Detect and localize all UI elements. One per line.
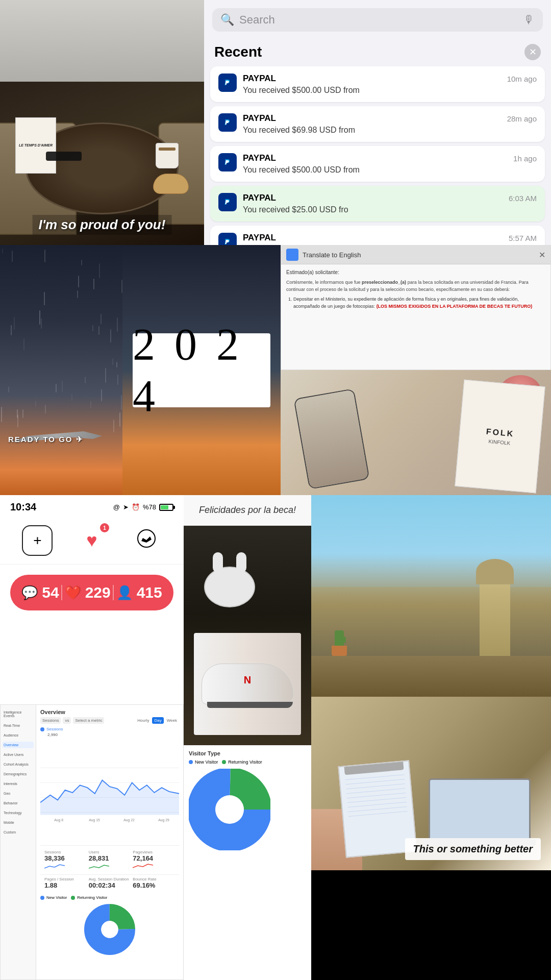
svg-point-5	[138, 530, 155, 547]
search-icon: 🔍	[220, 13, 234, 27]
follows-icon: 👤	[116, 585, 133, 601]
hourly-button[interactable]: Hourly	[135, 717, 151, 724]
cactus-pot	[327, 625, 352, 656]
ga-sidebar-item[interactable]: Active Users	[3, 751, 34, 758]
pages-session-stat: Pages / Session 1.88	[44, 877, 87, 889]
ga-sidebar-item[interactable]: Geo	[3, 790, 34, 797]
microphone-icon[interactable]: 🎙	[523, 13, 535, 27]
sessions-label: Sessions	[40, 727, 179, 731]
ga-main-content: Overview Sessions vs Select a metric Hou…	[36, 705, 183, 979]
ga-sidebar-item[interactable]: Mobile	[3, 819, 34, 826]
status-time: 10:34	[10, 501, 36, 513]
notif-app-name: PAYPAL	[243, 74, 276, 84]
ret-v-legend: Returning Visitor	[222, 760, 262, 765]
instagram-likes-button[interactable]: ♥ 1	[77, 525, 107, 556]
notification-item: PAYPAL 28m ago You received $69.98 USD f…	[210, 106, 545, 142]
cactus-arm	[336, 636, 346, 643]
pages-session-value: 1.88	[44, 881, 87, 889]
select-metric-button[interactable]: Select a metric	[73, 717, 104, 724]
day-button[interactable]: Day	[152, 717, 163, 724]
clear-recent-button[interactable]: ✕	[524, 44, 541, 60]
city-photo	[311, 495, 551, 697]
shoes: N	[194, 633, 301, 735]
avg-session-label: Avg. Session Duration	[89, 877, 131, 881]
pageviews-stat: Pageviews 72,164	[133, 850, 175, 870]
ga-title: Overview	[40, 709, 179, 715]
notebook-spiral	[344, 762, 404, 775]
pie-area-legend: New Visitor Returning Visitor	[189, 760, 306, 765]
likes-icon: ❤️	[65, 585, 81, 601]
ga-sidebar-item[interactable]: Technology	[3, 810, 34, 816]
ga-sidebar-item[interactable]: Interests	[3, 780, 34, 787]
ga-sidebar-item[interactable]: Audience	[3, 732, 34, 739]
notif-message: You received $500.00 USD from	[243, 165, 537, 175]
search-panel: 🔍 Search 🎙 Recent ✕	[204, 0, 551, 245]
ga-sidebar-item[interactable]: Overview	[3, 742, 34, 748]
ready-to-go-text: READY TO GO ✈	[8, 435, 84, 444]
notif-app-name: PAYPAL	[243, 193, 276, 203]
year-card: 2 0 2 4	[133, 333, 270, 407]
sessions-stat: Sessions 38,336	[44, 850, 87, 870]
bounce-rate-value: 69.16%	[133, 881, 175, 889]
follows-count-item: 👤 415	[116, 584, 162, 601]
doc-close-button[interactable]: ✕	[539, 250, 545, 260]
recent-title: Recent	[214, 44, 262, 60]
ga-sidebar-item[interactable]: Demographics	[3, 771, 34, 777]
paypal-icon	[218, 193, 237, 211]
cafe-photo: LE TEMPS D'AIMER I'm so proud of you!	[0, 0, 204, 245]
notif-time: 6:03 AM	[509, 194, 537, 203]
paypal-icon	[218, 153, 237, 172]
new-visitor-dot	[40, 896, 44, 900]
book-title: LE TEMPS D'AIMER	[17, 141, 55, 150]
svg-point-17	[101, 921, 118, 938]
notif-time: 10m ago	[507, 75, 537, 83]
shoes-airpods-photo: N	[184, 526, 311, 745]
recent-header: Recent ✕	[204, 40, 551, 66]
battery-percent: %78	[143, 503, 156, 511]
week-button[interactable]: Week	[165, 717, 179, 724]
messenger-icon	[137, 529, 156, 552]
alarm-icon: ⏰	[132, 503, 140, 511]
notif-header-row: PAYPAL 28m ago	[243, 113, 537, 124]
svg-point-20	[215, 795, 244, 824]
sessions-stat-label: Sessions	[44, 850, 87, 854]
doc-highlight-text: (LOS MISMOS EXIGIDOS EN LA PLATAFORMA DE…	[377, 304, 533, 309]
doc-content: Estimado(a) solicitante: Cortésmente, le…	[281, 264, 550, 316]
magazine: FOLK KINFOLK	[455, 379, 545, 493]
ga-sidebar-item[interactable]: Intelligence Events	[3, 709, 34, 719]
search-bar[interactable]: 🔍 Search 🎙	[212, 8, 543, 32]
doc-list-item-1: Depositar en el Ministerio, su expedient…	[293, 296, 545, 310]
instagram-notification-counts: 💬 54 ❤️ 229 👤 415	[10, 575, 173, 610]
instagram-messages-button[interactable]	[131, 525, 162, 556]
new-v-legend: New Visitor	[189, 760, 218, 765]
vs-button[interactable]: vs	[63, 717, 71, 724]
notif-content: PAYPAL 5:57 AM	[243, 233, 537, 245]
magazine-title: FOLK	[486, 427, 515, 438]
sessions-button[interactable]: Sessions	[40, 717, 61, 724]
pie-area-title: Visitor Type	[189, 750, 306, 756]
instagram-new-post-button[interactable]: +	[22, 525, 53, 556]
ga-sidebar-item[interactable]: Custom	[3, 829, 34, 836]
notif-app-name: PAYPAL	[243, 233, 276, 243]
search-input-placeholder[interactable]: Search	[239, 13, 518, 27]
pageviews-stat-label: Pageviews	[133, 850, 175, 854]
notif-content: PAYPAL 6:03 AM You received $25.00 USD f…	[243, 193, 537, 214]
sessions-stat-value: 38,336	[44, 854, 87, 862]
returning-visitor-dot	[71, 896, 75, 900]
users-stat-value: 28,831	[89, 854, 131, 862]
church-dome	[476, 559, 514, 584]
notif-header-row: PAYPAL 6:03 AM	[243, 193, 537, 203]
bounce-rate-stat: Bounce Rate 69.16%	[133, 877, 175, 889]
ga-sidebar-item[interactable]: Real-Time	[3, 722, 34, 729]
instagram-top-icons: + ♥ 1	[0, 517, 184, 565]
notif-message: You received $69.98 USD from	[243, 126, 537, 135]
svg-text:Aug 29: Aug 29	[158, 818, 169, 822]
close-icon: ✕	[529, 46, 537, 58]
battery-fill	[161, 505, 168, 509]
congrats-area: Felicidades por la beca!	[184, 495, 311, 526]
divider-2	[113, 585, 114, 600]
ga-sidebar-item[interactable]: Cohort Analysis	[3, 761, 34, 768]
congrats-text: Felicidades por la beca!	[199, 505, 296, 516]
comment-icon: 💬	[21, 585, 38, 601]
ga-sidebar-item[interactable]: Behavior	[3, 800, 34, 806]
